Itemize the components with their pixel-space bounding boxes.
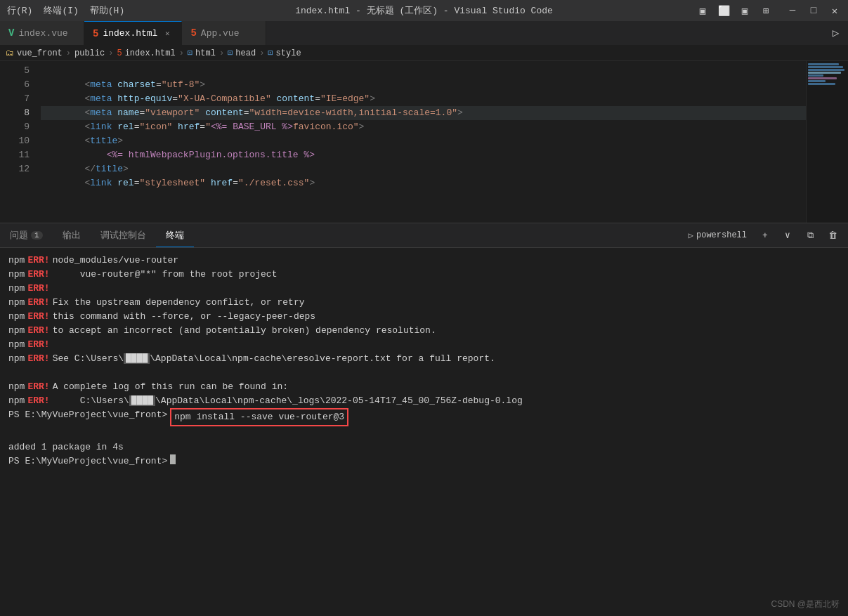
- code-line-5: <meta charset="utf-8">: [41, 64, 848, 78]
- add-terminal-btn[interactable]: +: [755, 225, 775, 245]
- panel-tab-terminal-label: 终端: [166, 229, 184, 242]
- panel: 问题 1 输出 调试控制台 终端 ▷ powershell + ∨ ⧉ 🗑 np…: [0, 223, 848, 568]
- terminal-line-blank-1: [8, 366, 840, 380]
- tab-label-app-vue: App.vue: [201, 28, 240, 39]
- minimap: [806, 61, 848, 223]
- panel-tab-output-label: 输出: [63, 229, 81, 242]
- menu-bar[interactable]: 行(R) 终端(I) 帮助(H): [7, 4, 124, 17]
- code-text[interactable]: <meta charset="utf-8"> <meta http-equiv=…: [35, 61, 848, 223]
- split-terminal-btn[interactable]: ⧉: [800, 225, 820, 245]
- bc-sep-5: ›: [259, 48, 264, 58]
- breadcrumb: 🗂 vue_front › public › 5 index.html › ⊡ …: [0, 46, 848, 61]
- window-controls[interactable]: ▣ ⬜ ▣ ⊞ ─ □ ✕: [696, 4, 841, 17]
- tab-label-index-vue: index.vue: [18, 28, 67, 39]
- bc-head[interactable]: head: [235, 48, 256, 58]
- code-line-10: <%= htmlWebpackPlugin.options.title %>: [41, 134, 848, 148]
- terminal-line-6: npm ERR! to accept an incorrect (and pot…: [8, 324, 840, 338]
- terminal-line-blank-2: [8, 426, 840, 440]
- menu-item-row[interactable]: 行(R): [7, 4, 32, 17]
- bc-html-tag[interactable]: html: [195, 48, 216, 58]
- bc-style[interactable]: style: [276, 48, 301, 58]
- line-num-12: 12: [0, 162, 30, 176]
- panel-tab-output[interactable]: 输出: [53, 223, 91, 247]
- tab-label-index-html: index.html: [103, 28, 157, 39]
- layout-btn-2[interactable]: ⬜: [717, 4, 730, 17]
- tab-bar: V index.vue 5 index.html ✕ 5 App.vue ▷: [0, 21, 848, 46]
- tab-spacer: [266, 21, 823, 45]
- terminal-line-10: npm ERR! C:\Users\████\AppData\Local\npm…: [8, 394, 840, 408]
- panel-tab-debug-label: 调试控制台: [100, 229, 146, 242]
- tab-app-vue[interactable]: 5 App.vue: [182, 21, 266, 45]
- shell-indicator: ▷: [689, 230, 693, 241]
- bc-sep-1: ›: [66, 48, 71, 58]
- terminal-line-3: npm ERR!: [8, 282, 840, 296]
- bc-icon-html-tag: ⊡: [188, 48, 193, 58]
- highlighted-command: npm install --save vue-router@3: [170, 408, 348, 426]
- terminal-line-11: PS E:\MyVueProject\vue_front> npm instal…: [8, 408, 840, 426]
- tab-scroll-right[interactable]: ▷: [823, 21, 848, 45]
- tab-index-html[interactable]: 5 index.html ✕: [84, 21, 182, 45]
- layout-btn-3[interactable]: ▣: [738, 4, 751, 17]
- terminal-output[interactable]: npm ERR! node_modules/vue-router npm ERR…: [0, 248, 848, 568]
- panel-tab-terminal[interactable]: 终端: [156, 223, 194, 247]
- line-numbers: 5 6 7 8 9 10 11 12: [0, 61, 35, 223]
- tab-close-btn[interactable]: ✕: [162, 28, 173, 39]
- bc-icon-folder: 🗂: [6, 48, 14, 58]
- terminal-line-7: npm ERR!: [8, 338, 840, 352]
- close-btn[interactable]: ✕: [828, 4, 841, 17]
- bc-public[interactable]: public: [74, 48, 105, 58]
- terminal-line-9: npm ERR! A complete log of this run can …: [8, 380, 840, 394]
- terminal-line-8: npm ERR! See C:\Users\████\AppData\Local…: [8, 352, 840, 366]
- layout-btn-1[interactable]: ▣: [696, 4, 709, 17]
- bc-icon-html: 5: [117, 48, 122, 58]
- menu-item-terminal[interactable]: 终端(I): [44, 4, 78, 17]
- editor-area: V 5 6 7 8 9 10 11 12 <meta charset="utf-…: [0, 61, 848, 223]
- terminal-cursor: [170, 454, 176, 464]
- terminal-line-12: added 1 package in 4s: [8, 440, 840, 454]
- line-num-7: 7: [0, 92, 30, 106]
- code-editor[interactable]: 5 6 7 8 9 10 11 12 <meta charset="utf-8"…: [0, 61, 848, 223]
- bc-sep-2: ›: [108, 48, 113, 58]
- bc-icon-style: ⊡: [268, 48, 273, 58]
- maximize-btn[interactable]: □: [807, 4, 820, 17]
- menu-item-help[interactable]: 帮助(H): [90, 4, 124, 17]
- terminal-line-13: PS E:\MyVueProject\vue_front>: [8, 454, 840, 468]
- line-num-8: 8: [0, 106, 30, 120]
- terminal-line-1: npm ERR! node_modules/vue-router: [8, 254, 840, 268]
- minimize-btn[interactable]: ─: [786, 4, 799, 17]
- terminal-dropdown-btn[interactable]: ∨: [778, 225, 797, 245]
- html-icon: 5: [93, 28, 98, 39]
- window-title: index.html - 无标题 (工作区) - Visual Studio C…: [295, 4, 553, 17]
- panel-tab-debug[interactable]: 调试控制台: [91, 223, 156, 247]
- line-num-6: 6: [0, 78, 30, 92]
- panel-tab-problems[interactable]: 问题 1: [0, 223, 53, 247]
- line-num-10: 10: [0, 134, 30, 148]
- bc-vue-front[interactable]: vue_front: [17, 48, 63, 58]
- shell-name: powershell: [696, 230, 747, 240]
- panel-tab-problems-label: 问题: [10, 229, 28, 242]
- line-num-11: 11: [0, 148, 30, 162]
- vue-icon: V: [8, 27, 14, 39]
- terminal-line-5: npm ERR! this command with --force, or -…: [8, 310, 840, 324]
- tab-index-vue[interactable]: V index.vue: [0, 21, 84, 45]
- code-line-12: <link rel="stylesheet" href="./reset.css…: [41, 162, 848, 176]
- line-num-9: 9: [0, 120, 30, 134]
- trash-btn[interactable]: 🗑: [823, 225, 842, 245]
- watermark: CSDN @是西北呀: [771, 598, 840, 610]
- terminal-line-4: npm ERR! Fix the upstream dependency con…: [8, 296, 840, 310]
- panel-tabs: 问题 1 输出 调试控制台 终端 ▷ powershell + ∨ ⧉ 🗑: [0, 223, 848, 248]
- html-icon-2: 5: [190, 27, 196, 39]
- line-num-5: 5: [0, 64, 30, 78]
- bc-index-html[interactable]: index.html: [125, 48, 176, 58]
- problems-badge: 1: [31, 231, 43, 240]
- bc-icon-head: ⊡: [228, 48, 233, 58]
- bc-sep-4: ›: [219, 48, 224, 58]
- layout-btn-4[interactable]: ⊞: [759, 4, 772, 17]
- shell-label: ▷ powershell: [683, 230, 752, 241]
- terminal-line-2: npm ERR! vue-router@"*" from the root pr…: [8, 268, 840, 282]
- panel-actions: ▷ powershell + ∨ ⧉ 🗑: [683, 223, 848, 247]
- title-bar: 行(R) 终端(I) 帮助(H) index.html - 无标题 (工作区) …: [0, 0, 848, 21]
- bc-sep-3: ›: [179, 48, 184, 58]
